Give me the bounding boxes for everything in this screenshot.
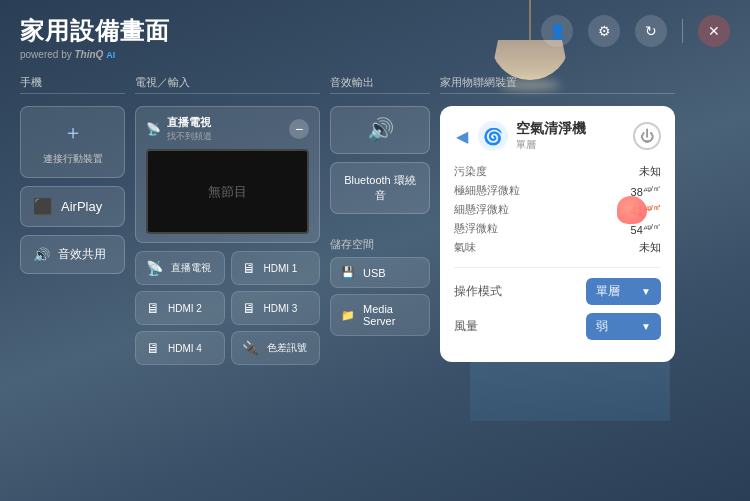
hdmi4-label: HDMI 4 [168,343,202,354]
ai-badge: AI [106,50,115,60]
tv-column: 電視／輸入 📡 直播電視 找不到頻道 − 無節目 [135,75,320,476]
wind-chevron-icon: ▼ [641,321,651,332]
phone-column: 手機 ＋ 連接行動裝置 ⬛ AirPlay 🔊 音效共用 [20,75,125,476]
antenna-icon: 📡 [146,122,161,136]
pollution-indicator [617,196,647,224]
speaker-icon: 🔊 [33,247,50,263]
plus-icon: ＋ [63,119,83,146]
media-server-icon: 📁 [341,309,355,322]
audio-speaker-icon: 🔊 [367,117,394,143]
hdmi1-label: HDMI 1 [264,263,298,274]
sound-share-label: 音效共用 [58,246,106,263]
ui-overlay: 家用設備畫面 powered by ThinQ AI 👤 ⚙ ↻ ✕ 手機 ＋ … [0,0,750,501]
panel-header: ◀ 🌀 空氣清淨機 單層 ⏻ [454,120,661,152]
stat-value-pollution: 未知 [562,164,662,179]
audio-main-card: 🔊 [330,106,430,154]
hdmi1-icon: 🖥 [242,260,256,276]
stat-value-odor: 未知 [562,240,662,255]
back-button[interactable]: ◀ [454,125,470,148]
stat-label-pm25: 極細懸浮微粒 [454,183,554,198]
header: 家用設備畫面 powered by ThinQ AI 👤 ⚙ ↻ ✕ [20,15,730,60]
storage-usb[interactable]: 💾 USB [330,257,430,288]
usb-label: USB [363,267,386,279]
mode-control-row: 操作模式 單層 ▼ [454,278,661,305]
stat-value-dust: 54㎍/㎥ [562,221,662,236]
airplay-card[interactable]: ⬛ AirPlay [20,186,125,227]
tv-input-hdmi1[interactable]: 🖥 HDMI 1 [231,251,321,285]
tv-input-hdmi3[interactable]: 🖥 HDMI 3 [231,291,321,325]
channel-sub: 找不到頻道 [167,130,212,143]
bluetooth-card[interactable]: Bluetooth 環繞音 [330,162,430,214]
tv-live-label: 直播電視 [171,261,211,275]
audio-col-header: 音效輸出 [330,75,430,94]
tv-input-live[interactable]: 📡 直播電視 [135,251,225,285]
wind-dropdown[interactable]: 弱 ▼ [586,313,661,340]
component-label: 色差訊號 [267,341,307,355]
usb-icon: 💾 [341,266,355,279]
airplay-icon: ⬛ [33,197,53,216]
stat-label-odor: 氣味 [454,240,554,255]
air-purifier-panel: ◀ 🌀 空氣清淨機 單層 ⏻ 污染度 未知 極細懸浮微粒 38㎍/㎥ [440,106,675,362]
stat-value-pm25: 38㎍/㎥ [562,183,662,198]
wind-control-row: 風量 弱 ▼ [454,313,661,340]
tv-main-card: 📡 直播電視 找不到頻道 − 無節目 [135,106,320,243]
stat-label-pm10: 細懸浮微粒 [454,202,554,217]
tv-input-component[interactable]: 🔌 色差訊號 [231,331,321,365]
stats-container: 污染度 未知 極細懸浮微粒 38㎍/㎥ 細懸浮微粒 41㎍/㎥ 懸浮微粒 54㎍… [454,164,661,255]
close-button[interactable]: ✕ [698,15,730,47]
wind-label: 風量 [454,318,478,335]
profile-button[interactable]: 👤 [541,15,573,47]
media-server-label: Media Server [363,303,419,327]
hdmi2-label: HDMI 2 [168,303,202,314]
refresh-button[interactable]: ↻ [635,15,667,47]
home-col-header: 家用物聯網裝置 [440,75,675,94]
mode-dropdown[interactable]: 單層 ▼ [586,278,661,305]
sound-share-card[interactable]: 🔊 音效共用 [20,235,125,274]
header-divider [682,19,683,43]
no-signal-text: 無節目 [208,183,247,201]
wind-value: 弱 [596,318,608,335]
settings-button[interactable]: ⚙ [588,15,620,47]
tv-channel-info: 📡 直播電視 找不到頻道 [146,115,212,143]
page-title: 家用設備畫面 [20,15,170,47]
add-device-label: 連接行動裝置 [43,152,103,165]
storage-header: 儲存空間 [330,237,430,252]
stat-label-pollution: 污染度 [454,164,554,179]
mode-label: 操作模式 [454,283,502,300]
hdmi4-icon: 🖥 [146,340,160,356]
panel-title-group: 空氣清淨機 單層 [516,120,625,152]
stat-label-dust: 懸浮微粒 [454,221,554,236]
tv-input-hdmi2[interactable]: 🖥 HDMI 2 [135,291,225,325]
controls-section: 操作模式 單層 ▼ 風量 弱 ▼ [454,267,661,340]
storage-media-server[interactable]: 📁 Media Server [330,294,430,336]
powered-by-text: powered by [20,49,72,60]
mode-chevron-icon: ▼ [641,286,651,297]
hdmi3-label: HDMI 3 [264,303,298,314]
bluetooth-label: Bluetooth 環繞音 [344,174,416,201]
hdmi3-icon: 🖥 [242,300,256,316]
tv-screen-preview: 無節目 [146,149,309,234]
tv-col-header: 電視／輸入 [135,75,320,94]
phone-col-header: 手機 [20,75,125,94]
tv-input-hdmi4[interactable]: 🖥 HDMI 4 [135,331,225,365]
tv-live-icon: 📡 [146,260,163,276]
channel-name: 直播電視 [167,115,212,130]
storage-section: 儲存空間 💾 USB 📁 Media Server [330,232,430,336]
mode-value: 單層 [596,283,620,300]
airplay-label: AirPlay [61,199,102,214]
header-title-group: 家用設備畫面 powered by ThinQ AI [20,15,170,60]
panel-device-location: 單層 [516,138,625,152]
component-icon: 🔌 [242,340,259,356]
remove-channel-button[interactable]: − [289,119,309,139]
tv-inputs-grid: 📡 直播電視 🖥 HDMI 1 🖥 HDMI 2 🖥 HDMI 3 🖥 [135,251,320,365]
thinq-brand: ThinQ [74,49,103,60]
add-device-card[interactable]: ＋ 連接行動裝置 [20,106,125,178]
hdmi2-icon: 🖥 [146,300,160,316]
audio-column: 音效輸出 🔊 Bluetooth 環繞音 儲存空間 💾 USB 📁 Media [330,75,430,476]
header-icons: 👤 ⚙ ↻ ✕ [541,15,730,47]
home-iot-column: 家用物聯網裝置 ◀ 🌀 空氣清淨機 單層 ⏻ 污染度 未知 [440,75,675,476]
power-button[interactable]: ⏻ [633,122,661,150]
main-content: 手機 ＋ 連接行動裝置 ⬛ AirPlay 🔊 音效共用 電視／輸入 [20,75,730,476]
panel-device-name: 空氣清淨機 [516,120,625,138]
subtitle: powered by ThinQ AI [20,49,170,60]
